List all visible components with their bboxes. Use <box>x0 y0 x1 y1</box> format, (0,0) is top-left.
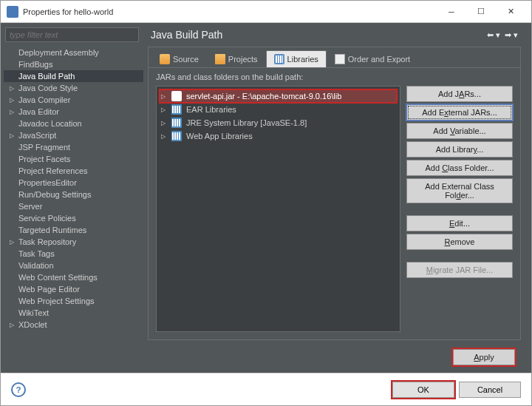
add-library-button[interactable]: Add Library... <box>406 141 513 158</box>
button-column: Add JARs... Add External JARs... Add Var… <box>406 86 513 332</box>
add-jars-button[interactable]: Add JARs... <box>406 86 513 102</box>
help-icon[interactable]: ? <box>11 382 26 397</box>
add-class-folder-button[interactable]: Add Class Folder... <box>406 160 513 176</box>
tab-projects[interactable]: Projects <box>207 50 266 67</box>
app-icon <box>7 6 18 18</box>
forward-button[interactable]: ➡ ▾ <box>505 30 518 40</box>
add-external-jars-button[interactable]: Add External JARs... <box>406 104 513 121</box>
ok-button[interactable]: OK <box>392 382 454 398</box>
jar-entry[interactable]: EAR Libraries <box>160 103 397 116</box>
tree-item[interactable]: Project References <box>4 165 143 177</box>
tree-item[interactable]: JavaScript <box>4 129 143 141</box>
close-button[interactable]: ✕ <box>496 1 525 22</box>
tree-item[interactable]: Java Editor <box>4 106 143 118</box>
prj-icon <box>215 54 225 64</box>
jar-entry[interactable]: Web App Libraries <box>160 129 397 143</box>
tree-item[interactable]: Service Policies <box>4 212 143 224</box>
tree-item[interactable]: Java Build Path <box>4 70 143 82</box>
apply-button[interactable]: Apply <box>453 349 515 365</box>
src-icon <box>160 54 170 64</box>
category-tree[interactable]: Deployment AssemblyFindBugsJava Build Pa… <box>1 47 143 373</box>
jar-entry[interactable]: JRE System Library [JavaSE-1.8] <box>160 116 397 129</box>
build-path-label: JARs and class folders on the build path… <box>149 68 520 86</box>
tree-item[interactable]: Project Facets <box>4 153 143 165</box>
add-variable-button[interactable]: Add Variable... <box>406 123 513 139</box>
tree-item[interactable]: PropertiesEditor <box>4 177 143 189</box>
tree-item[interactable]: JSP Fragment <box>4 141 143 153</box>
tree-item[interactable]: Web Content Settings <box>4 271 143 283</box>
tree-item[interactable]: Targeted Runtimes <box>4 224 143 236</box>
tree-item[interactable]: Web Project Settings <box>4 295 143 307</box>
tree-item[interactable]: Deployment Assembly <box>4 47 143 58</box>
ord-icon <box>335 54 345 64</box>
bottom-bar: ? OK Cancel <box>1 373 531 405</box>
left-panel: Deployment AssemblyFindBugsJava Build Pa… <box>1 23 143 373</box>
add-external-class-folder-button[interactable]: Add External Class Folder... <box>406 178 513 203</box>
maximize-button[interactable]: ☐ <box>466 1 496 22</box>
cancel-button[interactable]: Cancel <box>459 382 521 398</box>
page-title: Java Build Path <box>151 29 487 41</box>
panel-header: Java Build Path ⬅ ▾ ➡ ▾ <box>143 23 525 47</box>
tree-item[interactable]: XDoclet <box>4 319 143 331</box>
minimize-button[interactable]: ─ <box>437 1 466 22</box>
tab-source[interactable]: Source <box>151 50 207 67</box>
tree-item[interactable]: Task Tags <box>4 248 143 260</box>
library-icon <box>171 131 182 141</box>
tab-order-and-export[interactable]: Order and Export <box>327 50 418 67</box>
filter-input[interactable] <box>5 27 139 42</box>
remove-button[interactable]: Remove <box>406 234 513 250</box>
lib-icon <box>274 54 284 64</box>
jar-icon <box>171 91 182 101</box>
tree-item[interactable]: WikiText <box>4 307 143 319</box>
tree-item[interactable]: Javadoc Location <box>4 118 143 129</box>
content-box: SourceProjectsLibrariesOrder and Export … <box>148 47 521 340</box>
library-icon <box>171 118 182 128</box>
migrate-jar-button: Migrate JAR File... <box>406 262 513 278</box>
tree-item[interactable]: Server <box>4 200 143 212</box>
back-button[interactable]: ⬅ ▾ <box>487 30 500 40</box>
tree-item[interactable]: Java Compiler <box>4 94 143 106</box>
tree-item[interactable]: Web Page Editor <box>4 283 143 295</box>
edit-button[interactable]: Edit... <box>406 215 513 231</box>
tree-item[interactable]: Task Repository <box>4 236 143 248</box>
titlebar: Properties for hello-world ─ ☐ ✕ <box>1 1 531 23</box>
jar-entry[interactable]: servlet-api.jar - E:\apache-tomcat-9.0.1… <box>160 89 397 103</box>
main-area: Deployment AssemblyFindBugsJava Build Pa… <box>1 23 531 373</box>
window-title: Properties for hello-world <box>23 7 437 16</box>
tree-item[interactable]: Run/Debug Settings <box>4 189 143 200</box>
tab-libraries[interactable]: Libraries <box>266 50 327 67</box>
tree-item[interactable]: Validation <box>4 260 143 271</box>
tab-row: SourceProjectsLibrariesOrder and Export <box>149 47 520 68</box>
library-icon <box>171 104 182 115</box>
right-panel: Java Build Path ⬅ ▾ ➡ ▾ SourceProjectsLi… <box>143 23 531 373</box>
jar-list[interactable]: servlet-api.jar - E:\apache-tomcat-9.0.1… <box>156 86 400 332</box>
tree-item[interactable]: Java Code Style <box>4 82 143 94</box>
tree-item[interactable]: FindBugs <box>4 58 143 70</box>
